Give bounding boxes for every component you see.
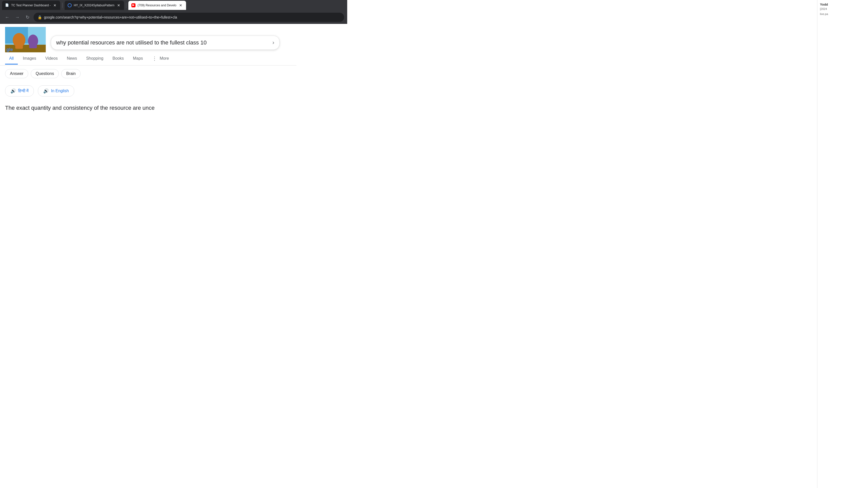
english-label: In English: [51, 89, 69, 93]
search-box-wrapper: why potential resources are not utilised…: [46, 36, 291, 52]
google-doodle: gle: [5, 27, 46, 52]
result-preview-text: The exact quantity and consistency of th…: [0, 100, 297, 116]
tab-news[interactable]: News: [63, 53, 81, 65]
search-box[interactable]: why potential resources are not utilised…: [51, 36, 280, 50]
google-page: gle why potential resources are not util…: [0, 24, 297, 176]
tab3-close[interactable]: ✕: [179, 3, 183, 8]
tab-images[interactable]: Images: [19, 53, 40, 65]
hindi-btn[interactable]: 🔊 हिन्दी में: [5, 85, 34, 97]
url-text: google.com/search?q=why+potential+resour…: [44, 15, 340, 19]
tab2-title: HY_IX_X2024SyllabusPattern: [74, 4, 114, 7]
tab-youtube[interactable]: ▶ (709) Resources and Develo ✕: [128, 1, 186, 10]
address-bar[interactable]: 🔒 google.com/search?q=why+potential+reso…: [34, 13, 344, 22]
hindi-label: हिन्दी में: [18, 89, 28, 93]
tab-all[interactable]: All: [5, 53, 18, 65]
back-button[interactable]: ←: [3, 13, 11, 21]
chip-brain[interactable]: Brain: [61, 69, 80, 78]
tab-tc-planner[interactable]: 📄 TC Test Planner Dashboard - ✕: [2, 1, 60, 10]
chip-questions[interactable]: Questions: [31, 69, 59, 78]
page-container: gle why potential resources are not util…: [0, 24, 347, 176]
tab-syllabus[interactable]: HY_IX_X2024SyllabusPattern ✕: [65, 1, 124, 10]
reload-button[interactable]: ↻: [23, 13, 32, 21]
address-bar-row: ← → ↻ 🔒 google.com/search?q=why+potentia…: [0, 11, 347, 24]
chip-answer[interactable]: Answer: [5, 69, 28, 78]
tab-shopping[interactable]: Shopping: [82, 53, 107, 65]
tab1-icon: 📄: [5, 3, 9, 7]
tab-more[interactable]: ⋮ More: [148, 52, 173, 65]
filter-chips: Answer Questions Brain: [0, 66, 297, 82]
google-header: gle why potential resources are not util…: [0, 24, 297, 52]
forward-button[interactable]: →: [13, 13, 21, 21]
security-icon: 🔒: [38, 15, 42, 19]
lang-buttons: 🔊 हिन्दी में 🔊 In English: [0, 82, 297, 100]
english-btn[interactable]: 🔊 In English: [38, 85, 74, 97]
search-arrow[interactable]: ›: [273, 39, 274, 46]
tab-divider-1: [62, 3, 63, 8]
svg-text:gle: gle: [6, 47, 13, 52]
tab3-title: (709) Resources and Develo: [137, 4, 176, 7]
tab-books[interactable]: Books: [108, 53, 128, 65]
tab1-title: TC Test Planner Dashboard -: [11, 4, 51, 7]
svg-rect-4: [15, 44, 23, 49]
english-speaker-icon: 🔊: [43, 88, 49, 94]
search-query-text: why potential resources are not utilised…: [56, 39, 270, 46]
svg-rect-6: [29, 44, 37, 48]
tab-videos[interactable]: Videos: [41, 53, 62, 65]
tab-maps[interactable]: Maps: [129, 53, 147, 65]
tab3-youtube-icon: ▶: [131, 3, 135, 7]
hindi-speaker-icon: 🔊: [10, 88, 16, 94]
search-tabs: All Images Videos News Shopping Books Ma…: [0, 52, 297, 66]
tab2-close[interactable]: ✕: [116, 3, 121, 8]
more-dots-icon: ⋮: [152, 55, 157, 62]
tab-divider-2: [126, 3, 126, 8]
tab2-globe-icon: [68, 3, 72, 7]
main-content: gle why potential resources are not util…: [0, 24, 297, 176]
tab-bar: 📄 TC Test Planner Dashboard - ✕ HY_IX_X2…: [0, 0, 347, 11]
tab1-close[interactable]: ✕: [53, 3, 57, 8]
